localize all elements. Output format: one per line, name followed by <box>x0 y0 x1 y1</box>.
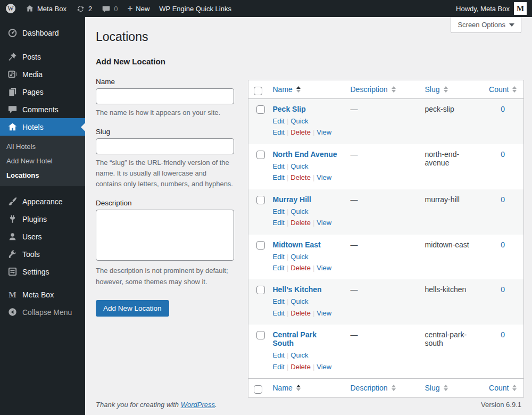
howdy-account-link[interactable]: Howdy, Meta Box <box>456 5 510 13</box>
term-description: — <box>345 235 420 280</box>
sort-by-slug[interactable]: Slug <box>425 384 448 392</box>
table-row: Murray Hill Edit|Quick Edit|Delete|View … <box>248 189 524 235</box>
sort-by-name[interactable]: Name <box>273 384 301 392</box>
sort-arrows-icon <box>444 86 448 93</box>
select-all-checkbox[interactable] <box>254 385 262 394</box>
sort-by-description[interactable]: Description <box>351 85 396 94</box>
sidebar-item-media[interactable]: Media <box>0 65 85 83</box>
delete-link[interactable]: Delete <box>290 264 311 272</box>
wp-engine-quick-links[interactable]: WP Engine Quick Links <box>159 5 231 13</box>
sidebar-item-posts[interactable]: Posts <box>0 48 85 65</box>
term-name-link[interactable]: Hell’s Kitchen <box>273 285 322 294</box>
comment-count: 0 <box>114 5 118 13</box>
delete-link[interactable]: Delete <box>290 363 311 371</box>
term-count-link[interactable]: 0 <box>501 285 505 294</box>
view-link[interactable]: View <box>317 219 331 227</box>
sort-by-count[interactable]: Count <box>489 85 517 94</box>
edit-link[interactable]: Edit <box>273 351 285 359</box>
description-textarea[interactable] <box>96 210 234 261</box>
term-name-link[interactable]: North End Avenue <box>273 150 337 159</box>
row-checkbox[interactable] <box>256 241 265 250</box>
screen-options-button[interactable]: Screen Options <box>451 17 521 33</box>
terms-table: Name Description Slug Count Peck Slip Ed… <box>248 80 524 397</box>
admin-sidebar: Dashboard Posts Media Pages Comments Hot… <box>0 17 85 415</box>
row-checkbox[interactable] <box>256 286 265 294</box>
term-count-link[interactable]: 0 <box>501 150 505 159</box>
view-link[interactable]: View <box>317 128 331 136</box>
edit-link[interactable]: Edit <box>273 297 285 305</box>
delete-link[interactable]: Delete <box>290 173 311 181</box>
view-link[interactable]: View <box>317 264 331 272</box>
row-checkbox[interactable] <box>256 196 265 204</box>
row-actions: Edit|Quick Edit|Delete|View <box>273 159 340 184</box>
admin-bar: W Meta Box 2 0 + New WP Engine Quick L <box>0 0 532 17</box>
select-all-checkbox[interactable] <box>254 87 262 95</box>
term-slug: peck-slip <box>420 98 483 144</box>
sidebar-item-comments[interactable]: Comments <box>0 101 85 118</box>
sort-by-slug[interactable]: Slug <box>425 85 448 94</box>
view-link[interactable]: View <box>317 363 331 371</box>
term-description: — <box>345 98 420 144</box>
term-count-link[interactable]: 0 <box>501 195 505 204</box>
view-link[interactable]: View <box>317 173 331 181</box>
delete-link[interactable]: Delete <box>290 128 311 136</box>
submenu-item-add-new-hotel[interactable]: Add New Hotel <box>0 154 85 168</box>
table-row: Central Park South Edit|Quick Edit|Delet… <box>248 325 524 378</box>
term-description: — <box>345 325 420 378</box>
edit-link[interactable]: Edit <box>273 208 285 215</box>
term-name-link[interactable]: Midtown East <box>273 240 321 249</box>
sidebar-item-collapse-menu[interactable]: Collapse Menu <box>0 303 85 321</box>
sidebar-item-users[interactable]: Users <box>0 228 85 245</box>
edit-link[interactable]: Edit <box>273 253 285 261</box>
user-icon <box>7 231 18 242</box>
updates-link[interactable]: 2 <box>76 4 92 13</box>
sidebar-item-hotels[interactable]: Hotels <box>0 118 85 136</box>
site-name-link[interactable]: Meta Box <box>26 4 66 13</box>
table-row: Peck Slip Edit|Quick Edit|Delete|View — … <box>248 98 524 144</box>
slug-input[interactable] <box>96 138 234 154</box>
media-icon <box>7 69 18 79</box>
delete-link[interactable]: Delete <box>290 219 311 227</box>
row-checkbox[interactable] <box>256 331 265 339</box>
term-count-link[interactable]: 0 <box>501 240 505 249</box>
sidebar-item-pages[interactable]: Pages <box>0 83 85 101</box>
slug-label: Slug <box>96 128 234 136</box>
name-input[interactable] <box>96 88 234 104</box>
wordpress-link[interactable]: WordPress <box>181 401 215 409</box>
sidebar-item-meta-box[interactable]: M Meta Box <box>0 286 85 303</box>
delete-link[interactable]: Delete <box>290 309 311 317</box>
footer-thanks-text: Thank you for creating with WordPress. <box>96 401 217 409</box>
sort-by-description[interactable]: Description <box>351 384 396 392</box>
row-actions: Edit|Quick Edit|Delete|View <box>273 347 340 372</box>
sidebar-item-appearance[interactable]: Appearance <box>0 193 85 210</box>
comments-link[interactable]: 0 <box>102 4 118 13</box>
submenu-item-locations[interactable]: Locations <box>0 168 85 182</box>
term-name-link[interactable]: Peck Slip <box>273 105 306 113</box>
term-name-link[interactable]: Central Park South <box>273 330 317 347</box>
term-count-link[interactable]: 0 <box>501 105 505 113</box>
sidebar-item-settings[interactable]: Settings <box>0 263 85 280</box>
comment-bubble-icon <box>102 4 111 13</box>
row-checkbox[interactable] <box>256 105 265 114</box>
avatar[interactable]: M <box>514 2 527 15</box>
admin-footer: Thank you for creating with WordPress. V… <box>96 401 521 409</box>
term-count-link[interactable]: 0 <box>501 330 505 339</box>
sidebar-item-tools[interactable]: Tools <box>0 245 85 263</box>
sort-by-name[interactable]: Name <box>273 85 301 94</box>
add-new-location-button[interactable]: Add New Location <box>96 300 169 317</box>
new-content-link[interactable]: + New <box>127 5 149 13</box>
home-icon <box>26 4 34 13</box>
sidebar-item-dashboard[interactable]: Dashboard <box>0 24 85 42</box>
sort-arrows-icon <box>296 385 301 391</box>
sidebar-item-plugins[interactable]: Plugins <box>0 210 85 228</box>
row-checkbox[interactable] <box>256 151 265 159</box>
term-slug: murray-hill <box>420 189 483 235</box>
edit-link[interactable]: Edit <box>273 117 285 125</box>
wordpress-logo-icon[interactable]: W <box>5 3 16 14</box>
submenu-item-all-hotels[interactable]: All Hotels <box>0 139 85 154</box>
edit-link[interactable]: Edit <box>273 162 285 170</box>
sort-by-count[interactable]: Count <box>489 384 517 392</box>
term-name-link[interactable]: Murray Hill <box>273 195 311 204</box>
comments-bubble-icon <box>7 104 18 114</box>
view-link[interactable]: View <box>317 309 331 317</box>
